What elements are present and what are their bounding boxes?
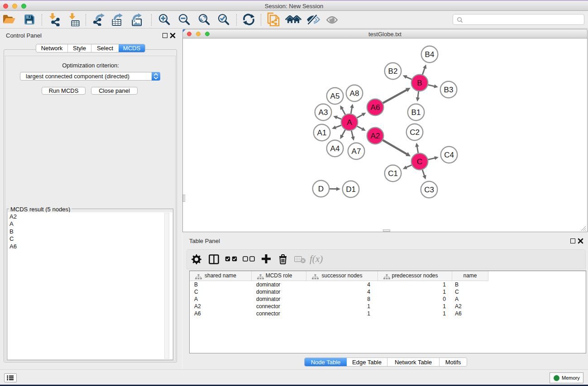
svg-text:B: B bbox=[417, 79, 422, 87]
svg-text:C1: C1 bbox=[388, 169, 398, 178]
svg-text:A6: A6 bbox=[371, 103, 380, 112]
svg-text:A8: A8 bbox=[350, 89, 359, 98]
svg-text:B3: B3 bbox=[444, 86, 454, 94]
svg-text:C3: C3 bbox=[424, 186, 434, 194]
svg-text:A4: A4 bbox=[330, 144, 340, 153]
svg-text:A2: A2 bbox=[371, 132, 380, 140]
svg-text:A5: A5 bbox=[330, 92, 340, 100]
svg-text:B1: B1 bbox=[411, 108, 421, 117]
svg-text:C4: C4 bbox=[444, 151, 454, 159]
svg-text:B4: B4 bbox=[425, 50, 435, 59]
svg-text:B2: B2 bbox=[388, 67, 398, 76]
svg-text:C2: C2 bbox=[410, 128, 420, 137]
svg-text:A7: A7 bbox=[352, 147, 361, 156]
svg-text:D1: D1 bbox=[346, 185, 356, 194]
svg-text:C: C bbox=[417, 157, 422, 166]
svg-text:A: A bbox=[347, 118, 352, 127]
svg-text:D: D bbox=[318, 185, 324, 193]
svg-text:A3: A3 bbox=[319, 108, 328, 117]
svg-text:A1: A1 bbox=[317, 129, 327, 137]
